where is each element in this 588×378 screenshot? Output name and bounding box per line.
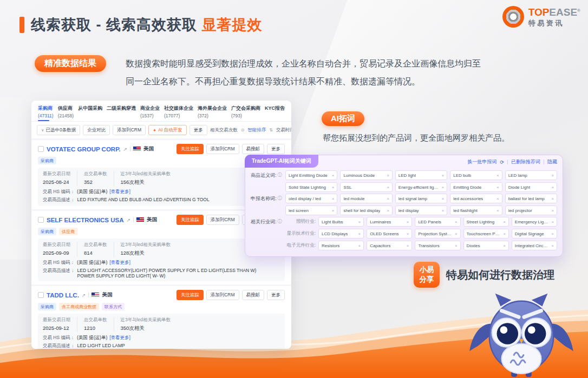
- chip-close-icon[interactable]: ×: [407, 243, 409, 248]
- keyword-chip[interactable]: Energy-efficient lighti... ×: [395, 182, 447, 192]
- selected-count-dropdown[interactable]: ∨ 已选中0条数据: [37, 125, 80, 135]
- result-tab[interactable]: 商业企业 (1537): [140, 105, 160, 121]
- keyword-chip[interactable]: LCD Displays ×: [318, 229, 364, 238]
- result-tab[interactable]: 海外展会企业 (372): [198, 105, 227, 121]
- keyword-chip[interactable]: led signal lamp ×: [395, 194, 447, 203]
- keyword-chip[interactable]: led screen ×: [285, 205, 337, 215]
- add-to-crm-button[interactable]: 添加到CRM: [206, 215, 239, 225]
- chip-close-icon[interactable]: ×: [387, 185, 389, 190]
- keyword-chip[interactable]: shell for led display ×: [340, 205, 392, 215]
- keyword-chip[interactable]: led accessories ×: [450, 194, 502, 203]
- chip-close-icon[interactable]: ×: [496, 173, 499, 178]
- email-search-button[interactable]: 易搜邮: [242, 290, 265, 300]
- refresh-batch-link[interactable]: 换一批申报词: [467, 158, 496, 165]
- company-name-link[interactable]: VOTATEC GROUP CORP.: [47, 146, 121, 152]
- keyword-chip[interactable]: Emitting Diode ×: [450, 182, 502, 192]
- chip-close-icon[interactable]: ×: [503, 220, 506, 224]
- company-name-link[interactable]: SELF ELECTRONICS USA: [47, 217, 123, 223]
- more-button[interactable]: 更多: [190, 125, 207, 135]
- view-more-link[interactable]: [查看更多]: [109, 335, 130, 341]
- chip-close-icon[interactable]: ×: [551, 220, 554, 224]
- chip-close-icon[interactable]: ×: [551, 208, 554, 213]
- follow-track-button[interactable]: 关注追踪: [177, 215, 204, 225]
- keyword-chip[interactable]: Capacitors ×: [367, 241, 412, 250]
- keyword-chip[interactable]: Light Bulbs ×: [318, 217, 364, 227]
- company-name-link[interactable]: TADD LLC.: [47, 292, 79, 299]
- follow-track-button[interactable]: 关注追踪: [177, 144, 204, 154]
- add-to-crm-button[interactable]: 添加到CRM: [113, 125, 146, 135]
- keyword-chip[interactable]: Resistors ×: [318, 241, 364, 250]
- chip-close-icon[interactable]: ×: [407, 220, 409, 224]
- keyword-chip[interactable]: ballast for led lamp ×: [505, 194, 557, 203]
- result-tab[interactable]: 二级采购穿透: [107, 105, 136, 121]
- chip-close-icon[interactable]: ×: [332, 185, 335, 190]
- keyword-chip[interactable]: OLED Screens ×: [367, 229, 412, 238]
- chip-close-icon[interactable]: ×: [503, 243, 506, 248]
- keyword-chip[interactable]: LED bulb ×: [450, 170, 502, 180]
- keyword-chip[interactable]: Street Lighting ×: [463, 217, 509, 227]
- result-tab[interactable]: KYC报告: [265, 105, 285, 121]
- chip-close-icon[interactable]: ×: [551, 243, 554, 248]
- more-button[interactable]: 更多: [267, 290, 285, 300]
- sort-time-button[interactable]: 交易时间: [276, 127, 291, 134]
- chip-close-icon[interactable]: ×: [387, 173, 389, 178]
- chip-close-icon[interactable]: ×: [496, 196, 499, 201]
- keyword-chip[interactable]: led flashlight ×: [450, 205, 502, 215]
- external-link-icon[interactable]: ↗: [123, 147, 128, 152]
- chip-close-icon[interactable]: ×: [442, 196, 445, 201]
- external-link-icon[interactable]: ↗: [126, 217, 130, 223]
- chip-close-icon[interactable]: ×: [332, 173, 335, 178]
- sort-related-label[interactable]: 相关交易次数: [210, 127, 238, 134]
- email-search-button[interactable]: 易搜邮: [242, 144, 265, 154]
- keyword-chip[interactable]: LED light ×: [395, 170, 447, 180]
- keyword-chip[interactable]: LED lamp ×: [505, 170, 557, 180]
- keyword-chip[interactable]: Solid State Lighting ×: [285, 182, 337, 192]
- keyword-chip[interactable]: Diode Light ×: [505, 182, 557, 192]
- keyword-chip[interactable]: led module ×: [340, 194, 392, 203]
- hide-link[interactable]: 隐藏: [547, 158, 557, 165]
- chip-close-icon[interactable]: ×: [387, 208, 389, 213]
- result-tab[interactable]: 社交媒体企业 (17077): [164, 105, 193, 121]
- chip-close-icon[interactable]: ×: [407, 231, 409, 236]
- keyword-chip[interactable]: oled display / led ×: [285, 194, 337, 203]
- chip-close-icon[interactable]: ×: [358, 243, 361, 248]
- chip-close-icon[interactable]: ×: [455, 220, 458, 224]
- result-tab[interactable]: 广交会采购商 (793): [231, 105, 260, 121]
- more-button[interactable]: 更多: [267, 144, 285, 154]
- row-checkbox[interactable]: [38, 146, 44, 152]
- chip-close-icon[interactable]: ×: [442, 185, 445, 190]
- sort-arrows-icon[interactable]: ⇅: [269, 128, 273, 132]
- refresh-icon[interactable]: ⟳: [500, 160, 504, 165]
- keyword-chip[interactable]: led projector ×: [505, 205, 557, 215]
- keyword-chip[interactable]: led display ×: [395, 205, 447, 215]
- smart-sort-button[interactable]: 智能排序: [247, 127, 266, 134]
- follow-track-button[interactable]: 关注追踪: [177, 290, 204, 300]
- keyword-chip[interactable]: Luminaires ×: [367, 217, 412, 227]
- deleted-words-link[interactable]: 已删除推荐词: [511, 158, 540, 165]
- chip-close-icon[interactable]: ×: [332, 196, 335, 201]
- chip-close-icon[interactable]: ×: [551, 196, 554, 201]
- keyword-chip[interactable]: Luminous Diode ×: [340, 170, 392, 180]
- add-to-crm-button[interactable]: 添加到CRM: [206, 290, 239, 300]
- chip-close-icon[interactable]: ×: [551, 231, 554, 236]
- keyword-chip[interactable]: Digital Signage ×: [512, 229, 557, 238]
- keyword-chip[interactable]: Integrated Circuits ×: [512, 241, 557, 250]
- chip-close-icon[interactable]: ×: [442, 208, 445, 213]
- keyword-chip[interactable]: Diodes ×: [463, 241, 509, 250]
- chip-close-icon[interactable]: ×: [551, 173, 554, 178]
- chip-close-icon[interactable]: ×: [387, 196, 389, 201]
- chip-close-icon[interactable]: ×: [332, 208, 335, 213]
- chip-close-icon[interactable]: ×: [358, 220, 361, 224]
- view-more-link[interactable]: [查看更多]: [109, 189, 130, 195]
- compare-button[interactable]: 企业对比: [83, 125, 110, 135]
- result-tab[interactable]: 从中国采购: [78, 105, 102, 121]
- keyword-chip[interactable]: LED Panels ×: [415, 217, 460, 227]
- external-link-icon[interactable]: ↗: [82, 293, 86, 298]
- chip-close-icon[interactable]: ×: [496, 185, 499, 190]
- keyword-chip[interactable]: Emergency Lighting ×: [512, 217, 557, 227]
- result-tab[interactable]: 采购商 (47311): [38, 105, 54, 121]
- chip-close-icon[interactable]: ×: [442, 173, 445, 178]
- keyword-chip[interactable]: Light Emitting Diode ×: [285, 170, 337, 180]
- chip-close-icon[interactable]: ×: [503, 231, 506, 236]
- chip-close-icon[interactable]: ×: [358, 231, 361, 236]
